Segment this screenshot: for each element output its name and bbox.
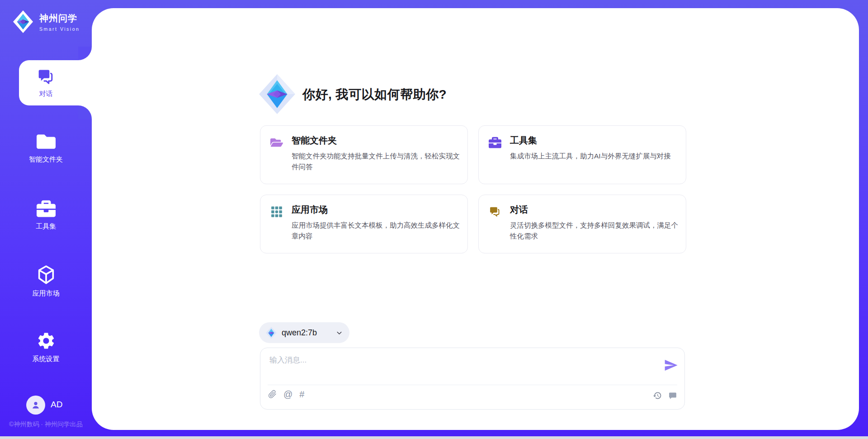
sidebar-item-label: 应用市场 xyxy=(33,289,60,298)
card-title: 智能文件夹 xyxy=(292,134,337,147)
chevron-down-icon xyxy=(335,329,343,337)
card-title: 应用市场 xyxy=(292,204,328,216)
message-composer: 输入消息... @ # xyxy=(260,348,685,410)
message-input[interactable]: 输入消息... xyxy=(269,355,307,365)
card-description: 集成市场上主流工具，助力AI与外界无缝扩展与对接 xyxy=(510,151,679,162)
mention-icon[interactable]: @ xyxy=(283,390,292,399)
user-avatar[interactable] xyxy=(26,396,45,415)
card-description: 智能文件夹功能支持批量文件上传与清洗，轻松实现文件问答 xyxy=(292,151,461,172)
toolbox-icon xyxy=(36,199,57,218)
app-root: 你好, 我可以如何帮助你? 智能文件夹 智能文件夹功能支持批量文件上传与清洗，轻… xyxy=(0,0,868,439)
sidebar-item-smart-folder[interactable]: 智能文件夹 xyxy=(0,132,92,164)
chat-icon xyxy=(36,67,57,86)
chat-bubbles-icon xyxy=(489,205,501,218)
folder-icon xyxy=(36,132,57,151)
composer-divider xyxy=(268,385,677,385)
history-icon[interactable] xyxy=(653,391,662,400)
bottom-strip xyxy=(0,436,868,439)
attachment-icon[interactable] xyxy=(268,390,277,399)
card-title: 工具集 xyxy=(510,134,537,147)
main-panel: 你好, 我可以如何帮助你? 智能文件夹 智能文件夹功能支持批量文件上传与清洗，轻… xyxy=(92,8,859,430)
card-description: 应用市场提供丰富长文本模板，助力高效生成多样化文章内容 xyxy=(292,220,461,242)
tab-curve-bottom xyxy=(78,105,92,119)
brand-logo: 神州问学 Smart Vision xyxy=(13,10,80,33)
tab-curve-top xyxy=(78,47,92,60)
greeting-title: 你好, 我可以如何帮助你? xyxy=(302,86,447,103)
topic-icon[interactable]: # xyxy=(299,390,304,399)
card-description: 灵活切换多模型文件，支持多样回复效果调试，满足个性化需求 xyxy=(510,220,679,242)
user-initials: AD xyxy=(51,400,62,410)
model-name: qwen2:7b xyxy=(282,328,330,338)
person-icon xyxy=(30,400,41,410)
sidebar-item-label: 对话 xyxy=(39,90,53,98)
card-app-market[interactable]: 应用市场 应用市场提供丰富长文本模板，助力高效生成多样化文章内容 xyxy=(260,195,468,253)
brand-subtitle: Smart Vision xyxy=(39,26,80,32)
folder-open-icon xyxy=(270,136,283,149)
brand-diamond-large-icon xyxy=(259,74,296,115)
gear-icon xyxy=(36,331,56,351)
sidebar-item-settings[interactable]: 系统设置 xyxy=(0,331,92,363)
send-icon[interactable] xyxy=(664,358,678,372)
card-title: 对话 xyxy=(510,204,528,216)
sidebar-item-label: 工具集 xyxy=(36,222,56,231)
sidebar-item-chat[interactable]: 对话 xyxy=(19,60,92,105)
briefcase-icon xyxy=(489,136,501,149)
sidebar-item-toolset[interactable]: 工具集 xyxy=(0,199,92,231)
sidebar-item-label: 系统设置 xyxy=(33,355,60,363)
cube-icon xyxy=(36,264,57,285)
model-diamond-icon xyxy=(266,327,277,339)
chat-bubble-icon[interactable] xyxy=(668,391,677,400)
copyright-footer: ©神州数码 · 神州问学出品 xyxy=(0,420,92,429)
brand-diamond-icon xyxy=(13,10,33,33)
grid-icon xyxy=(270,205,283,218)
feature-cards: 智能文件夹 智能文件夹功能支持批量文件上传与清洗，轻松实现文件问答 工具集 集成… xyxy=(260,125,686,253)
sidebar-item-label: 智能文件夹 xyxy=(29,155,63,164)
card-toolset[interactable]: 工具集 集成市场上主流工具，助力AI与外界无缝扩展与对接 xyxy=(478,125,686,184)
model-selector[interactable]: qwen2:7b xyxy=(259,322,349,343)
brand-name: 神州问学 xyxy=(39,12,80,24)
card-chat[interactable]: 对话 灵活切换多模型文件，支持多样回复效果调试，满足个性化需求 xyxy=(478,195,686,253)
sidebar-item-app-market[interactable]: 应用市场 xyxy=(0,264,92,298)
card-smart-folder[interactable]: 智能文件夹 智能文件夹功能支持批量文件上传与清洗，轻松实现文件问答 xyxy=(260,125,468,184)
